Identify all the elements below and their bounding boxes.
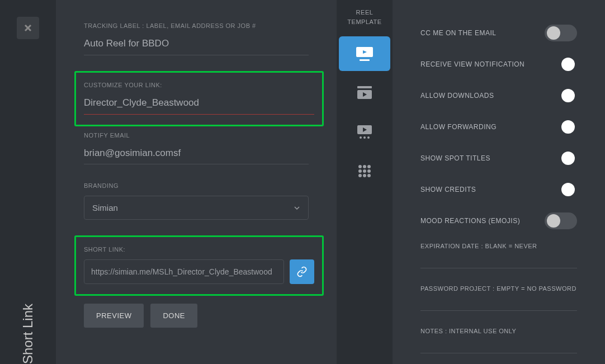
short-link-highlight: SHORT LINK: bbox=[74, 235, 324, 296]
password-label: PASSWORD PROJECT : EMPTY = NO PASSWORD bbox=[420, 285, 577, 292]
form-column: TRACKING LABEL : LABEL, EMAIL ADDRESS OR… bbox=[56, 0, 337, 364]
svg-rect-2 bbox=[357, 86, 372, 88]
shortlink-input[interactable] bbox=[84, 259, 284, 284]
tracking-label: TRACKING LABEL : LABEL, EMAIL ADDRESS OR… bbox=[84, 22, 309, 29]
toggle-row: MOOD REACTIONS (EMOJIS) bbox=[420, 211, 577, 230]
expiration-field: EXPIRATION DATE : BLANK = NEVER bbox=[420, 243, 577, 268]
customize-field: CUSTOMIZE YOUR LINK: bbox=[84, 82, 314, 115]
toggle-label: RECEIVE VIEW NOTIFICATION bbox=[420, 60, 524, 68]
grid-icon bbox=[355, 163, 374, 179]
branding-select[interactable]: Simian bbox=[84, 196, 309, 220]
svg-point-9 bbox=[363, 165, 366, 168]
notes-field: NOTES : INTERNAL USE ONLY bbox=[420, 328, 577, 353]
toggle-switch[interactable] bbox=[545, 181, 577, 198]
chevron-down-icon bbox=[294, 205, 300, 211]
svg-point-11 bbox=[358, 169, 362, 173]
toggle-knob bbox=[561, 183, 575, 196]
notes-input[interactable] bbox=[420, 347, 577, 353]
notify-label: NOTIFY EMAIL bbox=[84, 132, 309, 139]
close-icon bbox=[23, 23, 32, 32]
bar-play-icon bbox=[355, 85, 374, 101]
side-label: Short Link bbox=[20, 304, 36, 364]
toggle-row: SHOW CREDITS bbox=[420, 180, 577, 199]
shortlink-label: SHORT LINK: bbox=[84, 246, 314, 253]
customize-input[interactable] bbox=[84, 95, 314, 115]
toggle-label: ALLOW DOWNLOADS bbox=[420, 92, 494, 100]
branding-value: Simian bbox=[92, 203, 118, 212]
toggle-label: SHOW CREDITS bbox=[420, 186, 476, 193]
preview-button[interactable]: PREVIEW bbox=[84, 304, 144, 328]
toggle-label: CC ME ON THE EMAIL bbox=[420, 29, 496, 37]
svg-point-8 bbox=[358, 165, 362, 168]
toggle-switch[interactable] bbox=[545, 87, 577, 104]
close-button[interactable] bbox=[17, 17, 39, 39]
notify-field: NOTIFY EMAIL brian@gosimian.comsf bbox=[84, 132, 309, 167]
link-icon bbox=[296, 266, 308, 277]
customize-label: CUSTOMIZE YOUR LINK: bbox=[84, 82, 314, 88]
toggle-switch[interactable] bbox=[545, 56, 577, 73]
notes-label: NOTES : INTERNAL USE ONLY bbox=[420, 328, 577, 334]
play-dots-icon bbox=[355, 124, 374, 140]
toggle-knob bbox=[547, 26, 560, 40]
svg-point-12 bbox=[363, 169, 366, 173]
toggle-row: RECEIVE VIEW NOTIFICATION bbox=[420, 55, 577, 74]
toggle-switch[interactable] bbox=[545, 25, 577, 41]
svg-point-5 bbox=[360, 136, 362, 139]
toggle-knob bbox=[561, 120, 575, 134]
settings-column: CC ME ON THE EMAILRECEIVE VIEW NOTIFICAT… bbox=[393, 0, 605, 364]
toggle-row: ALLOW DOWNLOADS bbox=[420, 86, 577, 105]
toggle-label: ALLOW FORWARDING bbox=[420, 123, 497, 131]
password-field: PASSWORD PROJECT : EMPTY = NO PASSWORD bbox=[420, 285, 577, 311]
toggle-switch[interactable] bbox=[545, 212, 577, 229]
password-input[interactable] bbox=[420, 304, 577, 311]
toggle-knob bbox=[547, 214, 560, 228]
toggle-label: MOOD REACTIONS (EMOJIS) bbox=[420, 217, 520, 225]
expiration-input[interactable] bbox=[420, 262, 577, 268]
toggle-knob bbox=[561, 89, 575, 102]
svg-point-6 bbox=[363, 136, 366, 139]
customize-link-highlight: CUSTOMIZE YOUR LINK: bbox=[74, 71, 324, 126]
tracking-input[interactable] bbox=[84, 36, 309, 55]
template-option-1[interactable] bbox=[339, 36, 390, 71]
tracking-field: TRACKING LABEL : LABEL, EMAIL ADDRESS OR… bbox=[84, 22, 309, 55]
toggle-row: CC ME ON THE EMAIL bbox=[420, 23, 577, 42]
branding-label: BRANDING bbox=[84, 182, 309, 189]
toggle-switch[interactable] bbox=[545, 119, 577, 135]
toggle-row: SHOW SPOT TITLES bbox=[420, 149, 577, 168]
screen-play-icon bbox=[355, 46, 374, 62]
toggle-switch[interactable] bbox=[545, 150, 577, 167]
svg-point-14 bbox=[358, 174, 362, 177]
template-title: REELTEMPLATE bbox=[347, 8, 381, 26]
toggle-label: SHOW SPOT TITLES bbox=[420, 154, 490, 162]
svg-point-15 bbox=[363, 174, 366, 177]
svg-rect-1 bbox=[360, 59, 370, 61]
svg-point-16 bbox=[367, 174, 371, 177]
toggle-knob bbox=[561, 152, 575, 165]
branding-field: BRANDING Simian bbox=[84, 182, 309, 220]
svg-point-13 bbox=[367, 169, 371, 173]
expiration-label: EXPIRATION DATE : BLANK = NEVER bbox=[420, 243, 577, 249]
done-button[interactable]: DONE bbox=[150, 304, 197, 328]
template-column: REELTEMPLATE bbox=[337, 0, 393, 364]
template-option-2[interactable] bbox=[339, 75, 390, 110]
svg-point-10 bbox=[367, 165, 371, 168]
toggle-row: ALLOW FORWARDING bbox=[420, 117, 577, 136]
template-option-3[interactable] bbox=[339, 115, 390, 149]
svg-point-7 bbox=[367, 136, 370, 139]
toggle-knob bbox=[561, 58, 575, 71]
left-rail: Short Link bbox=[0, 0, 56, 364]
shortlink-field: SHORT LINK: bbox=[84, 246, 314, 284]
button-row: PREVIEW DONE bbox=[84, 304, 309, 328]
template-option-4[interactable] bbox=[339, 154, 390, 188]
copy-link-button[interactable] bbox=[290, 259, 314, 284]
notify-input[interactable]: brian@gosimian.comsf bbox=[84, 145, 309, 164]
